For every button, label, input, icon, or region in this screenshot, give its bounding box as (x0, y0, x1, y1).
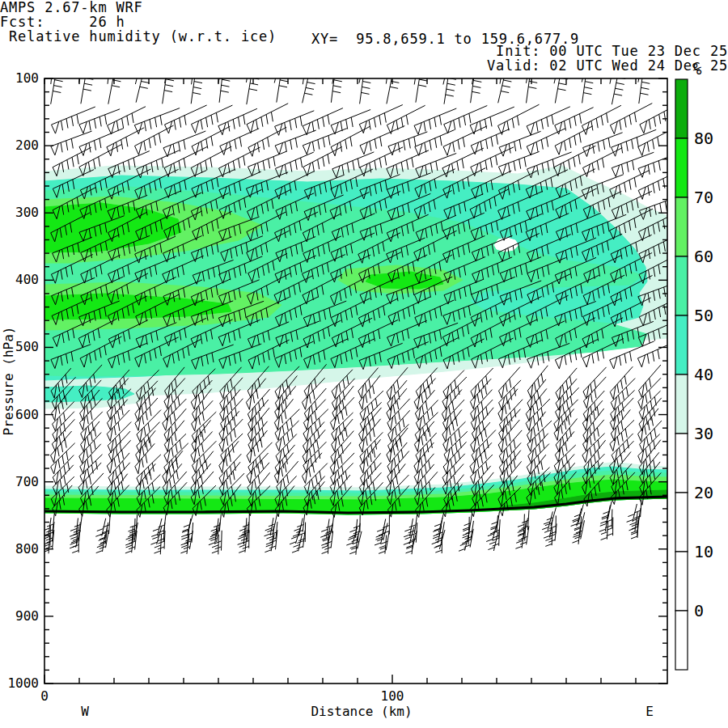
y-tick-label: 900 (15, 608, 39, 624)
wind-barb (463, 513, 472, 531)
wind-barb (498, 104, 540, 134)
wind-barb (303, 409, 328, 441)
y-tick-label: 700 (15, 474, 39, 489)
y-tick-label: 200 (15, 138, 39, 153)
wind-barb (330, 442, 351, 475)
colorbar: 80706050403020100% (675, 60, 713, 670)
y-tick-label: 300 (15, 205, 39, 220)
colorbar-segment (675, 552, 688, 611)
x-tick-label: 100 (381, 688, 404, 704)
wind-barb (442, 377, 467, 408)
wind-barb (556, 379, 577, 410)
wind-barb (192, 400, 213, 431)
wind-barb (434, 530, 445, 549)
wind-barb (191, 432, 213, 463)
colorbar-segment (675, 138, 688, 197)
wind-barb (471, 73, 483, 104)
wind-barb (491, 511, 500, 530)
colorbar-label: 60 (694, 247, 713, 266)
wind-barb (499, 367, 520, 399)
wind-barb (51, 72, 64, 104)
wind-barb (51, 131, 92, 155)
wind-barb (602, 502, 612, 520)
wind-barb (303, 129, 347, 154)
wind-barb (274, 399, 293, 430)
wind-barb (416, 71, 429, 103)
wind-barb (443, 54, 458, 85)
wind-barb (247, 104, 288, 133)
wind-barb (443, 370, 464, 399)
colorbar-label: 80 (694, 129, 713, 148)
wind-barb (612, 75, 625, 105)
humidity-field (44, 166, 667, 514)
wind-barb (360, 391, 383, 421)
wind-barb (443, 126, 487, 156)
wind-barb (293, 518, 303, 537)
wind-barb (96, 535, 105, 553)
wind-barb (442, 410, 462, 442)
wind-barb (415, 413, 438, 442)
wind-barb (52, 107, 95, 133)
wind-barb (107, 440, 130, 473)
wind-barb (248, 127, 286, 156)
wind-barb (277, 72, 289, 103)
weather-cross-section-screenshot: AMPS 2.67-km WRF Fcst: 26 h Relative hum… (0, 0, 728, 728)
y-tick-label: 100 (15, 70, 39, 86)
colorbar-units: % (692, 60, 702, 78)
wind-barb (135, 398, 158, 430)
wind-barb (192, 53, 204, 85)
wind-barb (81, 75, 93, 104)
y-tick-label: 800 (15, 541, 39, 557)
wind-barb (349, 535, 358, 555)
wind-barb (500, 53, 513, 84)
wind-barb (554, 400, 578, 431)
wind-barb (303, 55, 315, 85)
wind-barb (404, 527, 414, 544)
cross-section-plot: 10020030040050060070080090010000100WEDis… (0, 0, 728, 728)
wind-barb (610, 366, 633, 399)
wind-barb (640, 103, 681, 133)
wind-barb (444, 431, 468, 461)
wind-barb (638, 127, 677, 156)
wind-barb (583, 391, 604, 421)
wind-barb (163, 131, 205, 157)
colorbar-segment (675, 375, 688, 434)
colorbar-label: 70 (694, 188, 713, 207)
wind-barb (95, 518, 105, 537)
wind-barb (136, 74, 150, 103)
wind-barb (488, 531, 498, 551)
wind-barb (248, 400, 269, 431)
wind-barb (219, 419, 243, 451)
wind-barb (498, 72, 513, 103)
wind-barb (265, 518, 274, 536)
wind-barb (163, 399, 187, 430)
colorbar-segment (675, 611, 688, 670)
colorbar-label: 30 (694, 424, 713, 443)
wind-barb (527, 74, 539, 104)
wind-barb (221, 434, 243, 463)
wind-barb (219, 71, 231, 103)
wind-barb (150, 527, 162, 544)
wind-barb (192, 126, 230, 155)
wind-barb (303, 108, 343, 135)
colorbar-label: 20 (694, 483, 713, 502)
wind-barb (330, 397, 354, 430)
wind-barb (499, 131, 541, 156)
wind-barb (583, 367, 607, 399)
wind-barb (638, 153, 679, 177)
wind-barb (472, 430, 496, 463)
wind-barb (163, 71, 175, 104)
colorbar-segment (675, 434, 688, 493)
wind-barb (444, 75, 456, 104)
wind-barb (137, 422, 160, 454)
x-axis-title: Distance (km) (311, 704, 412, 719)
wind-barb (135, 56, 150, 84)
wind-barb (151, 518, 162, 536)
wind-barb (360, 402, 381, 431)
x-axis-east-label: E (645, 704, 654, 719)
colorbar-label: 10 (694, 542, 713, 561)
wind-barb (360, 126, 404, 154)
colorbar-segment (675, 256, 688, 315)
wind-barb (331, 72, 342, 103)
colorbar-label: 50 (694, 306, 713, 325)
